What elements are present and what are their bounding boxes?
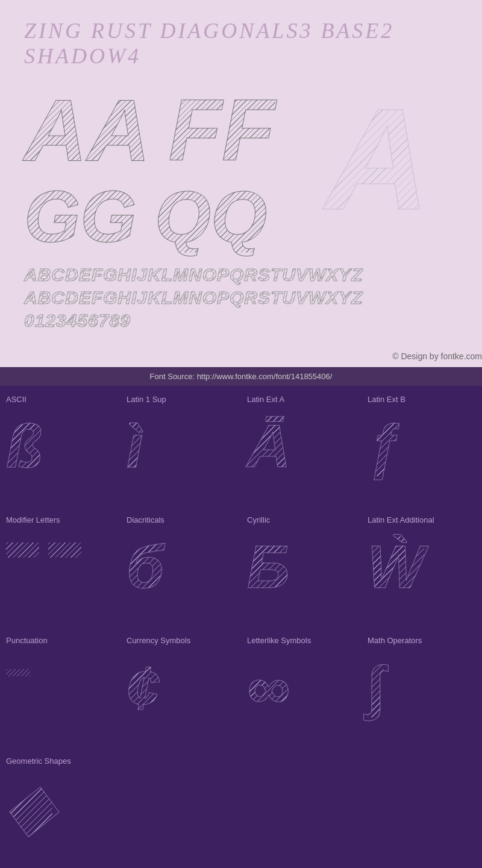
second-char-row: GG QQ xyxy=(24,180,325,253)
font-title: ZING RUST DIAGONALS3 BASE2 SHADOW4 xyxy=(24,18,458,69)
glyph-latinexta: Ā xyxy=(247,416,290,476)
aa-pair: AA xyxy=(24,87,150,174)
glyph-letterlike: ∞ xyxy=(247,657,290,717)
copyright-text: © Design by fontke.com xyxy=(392,351,482,361)
punct-glyph xyxy=(6,669,30,676)
font-source-bar: Font Source: http://www.fontke.com/font/… xyxy=(0,367,482,386)
glyph-cyrillic: Б xyxy=(247,536,290,597)
glyph-ascii: ß xyxy=(6,416,43,476)
label-punctuation: Punctuation xyxy=(6,636,48,645)
grid-cell-cyrillic: Cyrillic Б xyxy=(241,506,362,627)
numbers-display: 0123456789 xyxy=(24,310,458,331)
grid-cell-empty2 xyxy=(241,747,362,868)
grid-cell-mathop: Math Operators ∫ xyxy=(362,627,482,747)
label-geoshapes: Geometric Shapes xyxy=(6,756,71,766)
grid-cell-latinextadd: Latin Ext Additional Ẁ xyxy=(362,506,482,627)
char-gg: GG xyxy=(24,180,137,253)
main-display-area: AA FF GG QQ A xyxy=(24,87,458,253)
modifier-glyphs xyxy=(6,542,81,558)
label-diacriticals: Diacriticals xyxy=(127,515,164,524)
grid-cell-diacriticals: Diacriticals б xyxy=(120,506,241,627)
label-currency: Currency Symbols xyxy=(127,636,190,645)
label-latin1sup: Latin 1 Sup xyxy=(127,395,166,404)
label-cyrillic: Cyrillic xyxy=(247,515,270,524)
left-chars: AA FF GG QQ xyxy=(24,87,325,253)
label-ascii: ASCII xyxy=(6,395,27,404)
modifier-shape-1 xyxy=(6,542,39,558)
right-char-area: A xyxy=(325,87,458,253)
grid-cell-modifier: Modifier Letters xyxy=(0,506,120,627)
label-latinextadd: Latin Ext Additional xyxy=(368,515,434,524)
character-grid: ASCII ß Latin 1 Sup ì Latin Ext A Ā Lati… xyxy=(0,386,482,868)
bottom-section: ASCII ß Latin 1 Sup ì Latin Ext A Ā Lati… xyxy=(0,386,482,868)
glyph-diacriticals: б xyxy=(127,536,164,597)
grid-cell-empty1 xyxy=(120,747,241,868)
modifier-shape-2 xyxy=(48,542,81,558)
char-a-large: A xyxy=(325,78,430,240)
char-ff: FF xyxy=(168,87,275,174)
copyright: © Design by fontke.com xyxy=(0,345,482,367)
grid-cell-latinexta: Latin Ext A Ā xyxy=(241,386,362,506)
glyph-latinextb: ƒ xyxy=(368,416,401,476)
grid-cell-letterlike: Letterlike Symbols ∞ xyxy=(241,627,362,747)
label-modifier: Modifier Letters xyxy=(6,515,60,524)
label-latinexta: Latin Ext A xyxy=(247,395,284,404)
glyph-geoshapes: ◆ xyxy=(6,778,52,838)
alphabet-display: ABCDEFGHIJKLMNOPQRSTUVWXYZ ABCDEFGHIJKLM… xyxy=(24,265,458,331)
first-char-row: AA FF xyxy=(24,87,325,174)
ff-pair: FF xyxy=(168,87,275,174)
label-mathop: Math Operators xyxy=(368,636,422,645)
char-aa: AA xyxy=(24,87,150,174)
grid-cell-latinextb: Latin Ext B ƒ xyxy=(362,386,482,506)
grid-cell-currency: Currency Symbols ¢ xyxy=(120,627,241,747)
char-qq: QQ xyxy=(155,180,268,253)
glyph-currency: ¢ xyxy=(127,657,160,717)
grid-cell-punctuation: Punctuation xyxy=(0,627,120,747)
grid-cell-geoshapes: Geometric Shapes ◆ xyxy=(0,747,120,868)
glyph-latin1sup: ì xyxy=(127,416,143,476)
grid-cell-empty3 xyxy=(362,747,482,868)
alphabet-uppercase-1: ABCDEFGHIJKLMNOPQRSTUVWXYZ xyxy=(24,265,458,285)
alphabet-uppercase-2: ABCDEFGHIJKLMNOPQRSTUVWXYZ xyxy=(24,288,458,308)
font-source-text: Font Source: http://www.fontke.com/font/… xyxy=(150,372,333,381)
grid-cell-ascii: ASCII ß xyxy=(0,386,120,506)
punct-shape xyxy=(6,669,30,676)
label-letterlike: Letterlike Symbols xyxy=(247,636,311,645)
grid-cell-latin1sup: Latin 1 Sup ì xyxy=(120,386,241,506)
glyph-latinextadd: Ẁ xyxy=(368,536,424,597)
label-latinextb: Latin Ext B xyxy=(368,395,405,404)
top-section: ZING RUST DIAGONALS3 BASE2 SHADOW4 AA FF… xyxy=(0,0,482,345)
glyph-mathop: ∫ xyxy=(368,657,384,717)
